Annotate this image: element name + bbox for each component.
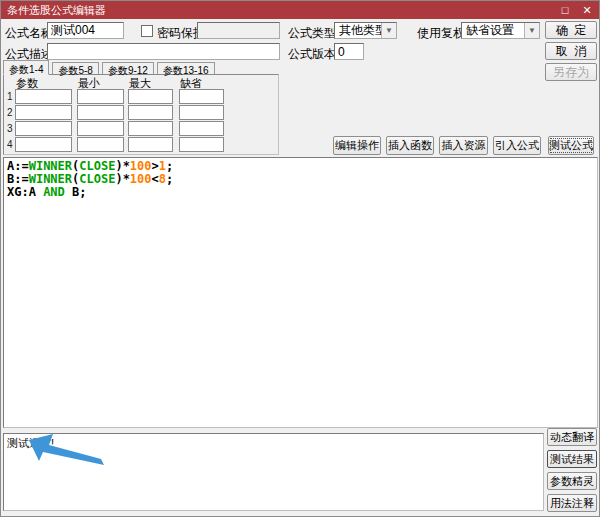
edit-ops-button[interactable]: 编辑操作: [333, 136, 381, 155]
param-input[interactable]: [128, 105, 173, 120]
test-result-message: 测试通过!: [7, 437, 54, 449]
adjust-rights-select[interactable]: 缺省设置 ▼: [461, 22, 540, 39]
title-bar: 条件选股公式编辑器 □ ✕: [1, 1, 600, 19]
param-panel: 参数 最小 最大 缺省 1234: [3, 74, 279, 155]
test-result-button[interactable]: 测试结果: [547, 450, 597, 468]
formula-version-input[interactable]: [334, 43, 364, 60]
param-input[interactable]: [128, 121, 173, 136]
param-input[interactable]: [179, 121, 224, 136]
import-formula-button[interactable]: 引入公式: [493, 136, 541, 155]
param-input[interactable]: [15, 121, 72, 136]
formula-type-value: 其他类型: [335, 22, 381, 39]
param-input[interactable]: [15, 137, 72, 152]
param-row-number: 4: [7, 139, 13, 150]
param-wizard-button[interactable]: 参数精灵: [547, 472, 597, 490]
password-input: [197, 22, 280, 39]
param-input[interactable]: [77, 137, 124, 152]
adjust-rights-label: 使用复权: [417, 25, 465, 42]
formula-type-select[interactable]: 其他类型 ▼: [334, 22, 397, 39]
test-result-panel: 测试通过!: [3, 433, 544, 511]
code-editor[interactable]: A:=WINNER(CLOSE)*100>1;B:=WINNER(CLOSE)*…: [3, 157, 598, 428]
insert-resource-button[interactable]: 插入资源: [439, 136, 488, 155]
tab-params-9-12[interactable]: 参数9-12: [102, 62, 154, 74]
password-protect-checkbox[interactable]: [141, 25, 153, 37]
maximize-icon[interactable]: □: [557, 3, 573, 17]
formula-version-label: 公式版本: [288, 46, 336, 63]
formula-name-input[interactable]: [47, 22, 124, 39]
param-input[interactable]: [179, 89, 224, 104]
cancel-button[interactable]: 取 消: [545, 42, 597, 60]
code-line: XG:A AND B;: [7, 186, 594, 199]
close-icon[interactable]: ✕: [579, 3, 595, 17]
param-input[interactable]: [77, 89, 124, 104]
chevron-down-icon[interactable]: ▼: [381, 23, 396, 38]
tab-params-13-16[interactable]: 参数13-16: [157, 62, 215, 74]
param-input[interactable]: [128, 137, 173, 152]
insert-function-button[interactable]: 插入函数: [386, 136, 434, 155]
formula-desc-input[interactable]: [47, 43, 280, 60]
param-row-number: 2: [7, 107, 13, 118]
code-line: B:=WINNER(CLOSE)*100<8;: [7, 173, 594, 186]
adjust-rights-value: 缺省设置: [462, 22, 524, 39]
param-input[interactable]: [128, 89, 173, 104]
formula-name-label: 公式名称: [5, 25, 53, 42]
usage-notes-button[interactable]: 用法注释: [547, 494, 597, 512]
ok-button[interactable]: 确 定: [545, 21, 597, 39]
dynamic-translate-button[interactable]: 动态翻译: [547, 428, 597, 446]
param-row: 3: [4, 121, 280, 137]
window-title: 条件选股公式编辑器: [7, 3, 106, 18]
test-formula-button[interactable]: 测试公式: [548, 136, 594, 155]
param-row-number: 3: [7, 123, 13, 134]
param-input[interactable]: [179, 137, 224, 152]
tab-params-1-4[interactable]: 参数1-4: [3, 60, 49, 75]
param-row: 2: [4, 105, 280, 121]
save-as-button[interactable]: 另存为: [545, 63, 597, 81]
param-input[interactable]: [15, 105, 72, 120]
formula-editor-window: 条件选股公式编辑器 □ ✕ 公式名称 密码保护 公式类型 其他类型 ▼ 使用复权…: [0, 0, 600, 517]
param-row: 1: [4, 89, 280, 105]
param-input[interactable]: [179, 105, 224, 120]
param-input[interactable]: [15, 89, 72, 104]
param-tabs: 参数1-4 参数5-8 参数9-12 参数13-16: [3, 60, 218, 74]
param-input[interactable]: [77, 121, 124, 136]
param-row: 4: [4, 137, 280, 153]
param-input[interactable]: [77, 105, 124, 120]
chevron-down-icon[interactable]: ▼: [524, 23, 539, 38]
tab-params-5-8[interactable]: 参数5-8: [52, 62, 98, 74]
param-row-number: 1: [7, 91, 13, 102]
formula-type-label: 公式类型: [288, 25, 336, 42]
